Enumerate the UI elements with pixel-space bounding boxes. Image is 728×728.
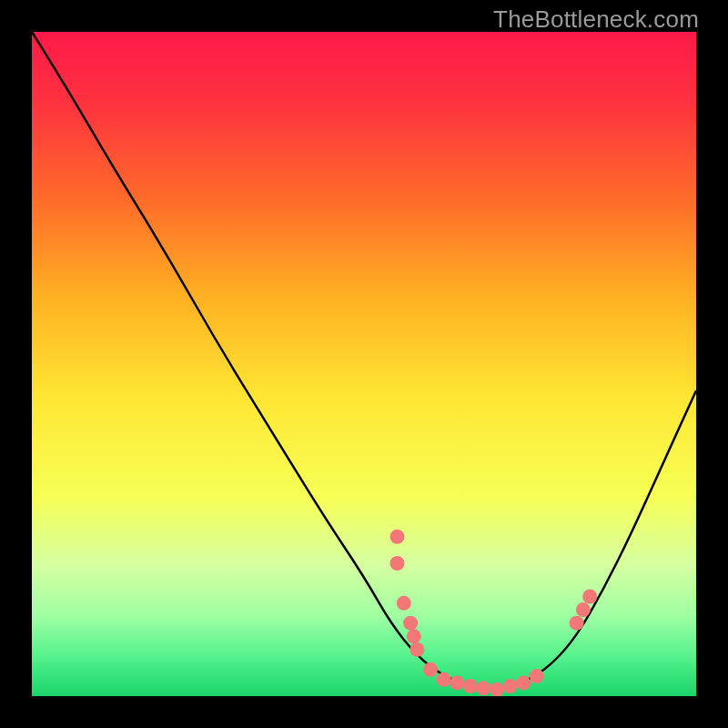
data-marker [476,681,490,695]
plot-area [32,32,696,696]
data-marker [490,682,504,696]
data-marker [516,675,531,690]
data-marker [570,616,584,631]
data-marker [423,662,438,677]
data-marker [463,679,478,693]
data-marker [390,556,405,571]
data-marker [450,675,464,690]
data-marker [390,530,405,544]
data-marker [397,596,411,611]
data-marker [410,642,424,657]
data-marker [437,672,451,687]
watermark-text: TheBottleneck.com [493,5,699,34]
data-marker [582,590,597,604]
data-marker [530,669,544,683]
chart-frame: TheBottleneck.com [0,0,728,728]
data-marker [503,679,518,693]
data-marker [403,616,418,631]
data-marker [407,629,421,643]
chart-svg [32,32,696,696]
data-marker [576,602,591,617]
